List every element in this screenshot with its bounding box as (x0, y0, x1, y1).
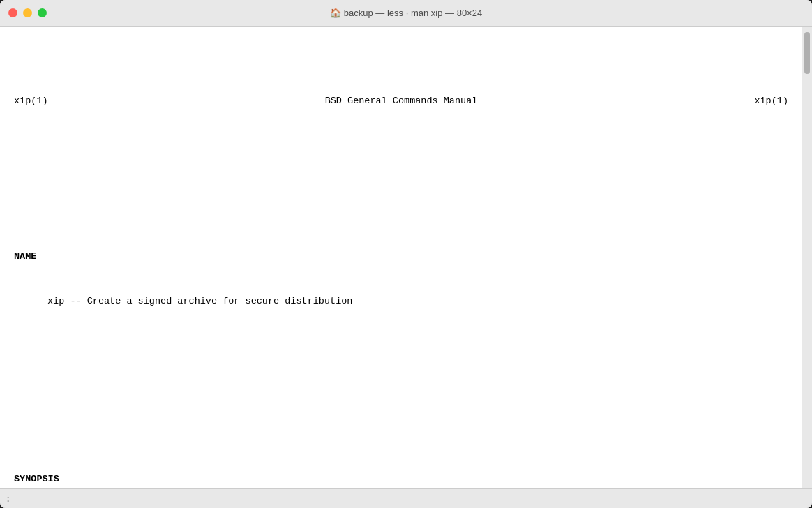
prompt-char: : (6, 494, 10, 504)
synopsis-title: SYNOPSIS (14, 472, 788, 486)
terminal-content[interactable]: xip(1) BSD General Commands Manual xip(1… (0, 27, 802, 488)
bottom-bar: : (0, 488, 812, 508)
name-content: xip -- Create a signed archive for secur… (14, 294, 788, 308)
minimize-button[interactable] (23, 8, 32, 17)
titlebar: 🏠 backup — less · man xip — 80×24 (0, 0, 812, 27)
name-title: NAME (14, 250, 788, 264)
scrollbar-thumb[interactable] (804, 32, 810, 74)
name-section: NAME xip -- Create a signed archive for … (14, 213, 788, 337)
window-controls (8, 8, 47, 17)
terminal-window: 🏠 backup — less · man xip — 80×24 xip(1)… (0, 0, 812, 508)
scrollbar[interactable] (802, 27, 812, 488)
synopsis-section: SYNOPSIS xip [options] --sign identity i… (14, 436, 788, 488)
header-left: xip(1) (14, 94, 48, 108)
close-button[interactable] (8, 8, 17, 17)
title-text: backup — less · man xip — 80×24 (344, 8, 482, 18)
title-icon: 🏠 (330, 8, 341, 18)
content-area: xip(1) BSD General Commands Manual xip(1… (0, 27, 812, 488)
header-center: BSD General Commands Manual (325, 94, 478, 108)
man-page-header: xip(1) BSD General Commands Manual xip(1… (14, 94, 788, 108)
maximize-button[interactable] (38, 8, 47, 17)
window-title: 🏠 backup — less · man xip — 80×24 (330, 8, 482, 18)
header-right: xip(1) (754, 94, 788, 108)
